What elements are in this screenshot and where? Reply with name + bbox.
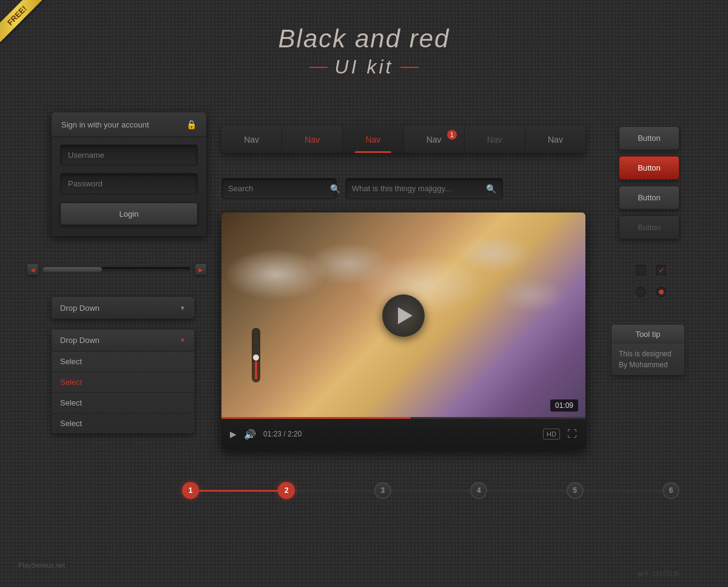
dropdown-closed-arrow-icon: ▼	[180, 305, 186, 311]
controls-group: ✓	[635, 264, 667, 298]
dropdown-item-2[interactable]: Select	[52, 372, 194, 393]
ctrl-time: 01:23 / 2:20	[263, 430, 536, 438]
title-area: Black and red UI kit	[0, 24, 728, 78]
dash-right	[400, 67, 419, 68]
dropdown-closed[interactable]: Drop Down ▼	[52, 297, 194, 319]
step-line-3-4	[391, 490, 470, 492]
search-box-2: 🔍	[345, 178, 503, 199]
radio-dot	[659, 290, 664, 294]
dropdown-open-header[interactable]: Drop Down ▼	[52, 330, 194, 351]
video-progress-fill	[221, 417, 411, 419]
ctrl-volume-icon[interactable]: 🔊	[244, 429, 256, 440]
nav-item-1[interactable]: Nav	[221, 126, 282, 153]
search-box-1: 🔍	[221, 178, 337, 199]
step-line-4-5	[487, 490, 566, 492]
slider-track[interactable]	[43, 267, 190, 272]
login-button[interactable]: Login	[60, 203, 198, 225]
play-triangle-icon	[398, 307, 413, 324]
ctrl-play-icon[interactable]: ▶	[230, 429, 237, 439]
nav-item-1-label: Nav	[244, 135, 259, 144]
login-header-text: Sign in with your account	[61, 120, 149, 129]
ctrl-fullscreen-icon[interactable]: ⛶	[567, 429, 577, 439]
dropdown-item-3[interactable]: Select	[52, 393, 194, 413]
nav-bar: Nav Nav Nav Nav 1 Nav Nav	[221, 126, 585, 153]
button-3[interactable]: Button	[619, 186, 679, 209]
nav-item-6-label: Nav	[548, 135, 563, 144]
page-title-main: Black and red	[0, 24, 728, 53]
watermark-code: 编号: 11972136	[637, 570, 679, 579]
ctrl-hd-button[interactable]: HD	[543, 429, 560, 439]
volume-slider[interactable]	[252, 328, 260, 382]
page-title-sub-text: UI kit	[335, 56, 394, 78]
radio-row	[635, 286, 667, 298]
radio-checked[interactable]	[655, 286, 667, 298]
volume-fill	[255, 358, 257, 379]
nav-item-4[interactable]: Nav 1	[404, 126, 465, 153]
step-node-3[interactable]: 3	[374, 482, 391, 499]
checkbox-row: ✓	[635, 264, 667, 276]
nav-item-2-label: Nav	[305, 135, 320, 144]
steps-bar: 1 2 3 4 5 6	[182, 482, 679, 499]
button-1[interactable]: Button	[619, 126, 679, 150]
step-line-2-3	[295, 490, 374, 492]
nav-item-4-label: Nav	[426, 135, 442, 144]
checkmark-icon: ✓	[658, 266, 665, 275]
buttons-panel: Button Button Button Button	[619, 126, 679, 239]
search-icon-2[interactable]: 🔍	[486, 184, 496, 194]
step-node-5[interactable]: 5	[567, 482, 584, 499]
search-input-1[interactable]	[228, 178, 330, 198]
volume-thumb	[253, 355, 259, 361]
dash-left	[309, 67, 328, 68]
login-box: Sign in with your account 🔒 Login	[52, 112, 206, 236]
free-badge-label: FREE!	[0, 0, 43, 42]
search-input-2[interactable]	[352, 178, 486, 198]
video-controls: ▶ 🔊 01:23 / 2:20 HD ⛶	[221, 419, 585, 449]
step-node-1[interactable]: 1	[182, 482, 199, 499]
nav-item-3[interactable]: Nav	[343, 126, 403, 153]
nav-item-5[interactable]: Nav	[465, 126, 525, 153]
slider-fill	[43, 267, 102, 272]
radio-unchecked[interactable]	[635, 286, 647, 298]
search-area: 🔍 🔍	[221, 178, 503, 199]
slider-left-arrow[interactable]: ◀	[27, 264, 38, 275]
lock-icon: 🔒	[186, 120, 197, 129]
step-line-5-6	[584, 490, 662, 492]
password-input[interactable]	[60, 173, 198, 194]
dropdown-open-arrow-icon: ▼	[180, 337, 186, 344]
video-progress-bar[interactable]	[221, 417, 585, 419]
dropdown-open-label: Drop Down	[60, 336, 99, 345]
tooltip-container: Tool tip This is designed By Mohammed	[612, 325, 684, 375]
checkbox-unchecked[interactable]	[635, 264, 647, 276]
button-2[interactable]: Button	[619, 156, 679, 180]
step-line-1-2	[199, 490, 278, 492]
video-thumbnail: 01:09	[221, 212, 585, 419]
video-player: 01:09 ▶ 🔊 01:23 / 2:20 HD ⛶	[221, 212, 585, 449]
nav-item-3-label: Nav	[365, 135, 380, 144]
free-badge: FREE!	[0, 0, 49, 49]
nav-badge: 1	[447, 130, 457, 140]
step-node-4[interactable]: 4	[470, 482, 487, 499]
slider-right-arrow[interactable]: ▶	[195, 264, 206, 275]
play-button[interactable]	[382, 294, 425, 337]
nav-item-6[interactable]: Nav	[525, 126, 585, 153]
tooltip-header: Tool tip	[612, 325, 684, 344]
watermark: PlaySerious.net	[18, 562, 65, 569]
dropdown-open: Drop Down ▼ Select Select Select Select	[52, 330, 194, 433]
slider-container: ◀ ▶	[27, 264, 206, 275]
step-node-6[interactable]: 6	[662, 482, 679, 499]
username-input[interactable]	[60, 144, 198, 166]
step-node-2[interactable]: 2	[278, 482, 295, 499]
nav-item-5-label: Nav	[487, 135, 502, 144]
nav-item-2[interactable]: Nav	[282, 126, 343, 153]
page-title-sub: UI kit	[0, 56, 728, 78]
search-icon-1[interactable]: 🔍	[330, 184, 340, 194]
login-header: Sign in with your account 🔒	[52, 112, 206, 137]
volume-track	[255, 331, 257, 379]
tooltip-body: This is designed By Mohammed	[612, 344, 684, 375]
button-4: Button	[619, 215, 679, 239]
checkbox-checked[interactable]: ✓	[655, 264, 667, 276]
dropdown-closed-label: Drop Down	[60, 304, 99, 313]
video-time-badge: 01:09	[550, 399, 578, 412]
dropdown-item-1[interactable]: Select	[52, 351, 194, 372]
dropdown-item-4[interactable]: Select	[52, 413, 194, 433]
